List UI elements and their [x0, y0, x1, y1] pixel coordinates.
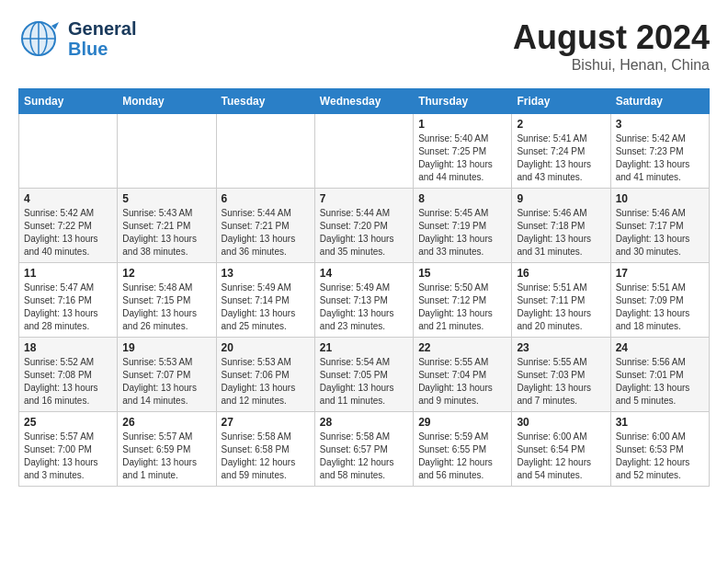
day-number: 9 — [517, 192, 605, 205]
day-number: 12 — [122, 267, 210, 280]
calendar-cell: 1 Sunrise: 5:40 AM Sunset: 7:25 PM Dayli… — [414, 114, 512, 189]
day-info: Sunrise: 5:51 AM Sunset: 7:11 PM Dayligh… — [517, 282, 605, 333]
calendar-week-row: 4 Sunrise: 5:42 AM Sunset: 7:22 PM Dayli… — [19, 189, 710, 263]
sunset-text: Sunset: 7:00 PM — [24, 444, 92, 454]
calendar-cell: 18 Sunrise: 5:52 AM Sunset: 7:08 PM Dayl… — [19, 338, 118, 412]
sunset-text: Sunset: 7:15 PM — [122, 295, 190, 305]
sunrise-text: Sunrise: 5:50 AM — [418, 282, 488, 293]
sunset-text: Sunset: 7:07 PM — [122, 370, 190, 380]
daylight-text: Daylight: 12 hours and 58 minutes. — [320, 457, 394, 480]
daylight-text: Daylight: 13 hours and 14 minutes. — [122, 383, 197, 406]
daylight-text: Daylight: 13 hours and 5 minutes. — [616, 383, 690, 406]
weekday-header-wednesday: Wednesday — [314, 89, 413, 114]
sunrise-text: Sunrise: 5:51 AM — [616, 282, 686, 293]
calendar-cell: 22 Sunrise: 5:55 AM Sunset: 7:04 PM Dayl… — [414, 338, 512, 412]
calendar-cell: 6 Sunrise: 5:44 AM Sunset: 7:21 PM Dayli… — [216, 189, 314, 263]
day-number: 21 — [320, 341, 408, 354]
sunrise-text: Sunrise: 5:47 AM — [24, 282, 94, 293]
weekday-header-sunday: Sunday — [19, 89, 118, 114]
sunrise-text: Sunrise: 5:46 AM — [517, 208, 586, 218]
daylight-text: Daylight: 13 hours and 1 minute. — [122, 457, 197, 480]
weekday-header-row: SundayMondayTuesdayWednesdayThursdayFrid… — [19, 89, 710, 114]
day-info: Sunrise: 5:54 AM Sunset: 7:05 PM Dayligh… — [320, 356, 408, 408]
daylight-text: Daylight: 13 hours and 40 minutes. — [24, 234, 98, 257]
day-info: Sunrise: 5:42 AM Sunset: 7:22 PM Dayligh… — [24, 207, 112, 259]
day-number: 23 — [517, 341, 605, 354]
weekday-header-monday: Monday — [118, 89, 216, 114]
day-number: 24 — [616, 341, 704, 354]
sunset-text: Sunset: 7:18 PM — [517, 221, 585, 231]
sunset-text: Sunset: 6:54 PM — [517, 444, 585, 454]
day-number: 22 — [418, 341, 506, 354]
sunrise-text: Sunrise: 5:42 AM — [24, 208, 94, 218]
day-info: Sunrise: 5:53 AM Sunset: 7:07 PM Dayligh… — [122, 356, 210, 408]
day-number: 20 — [222, 341, 310, 354]
calendar-cell: 12 Sunrise: 5:48 AM Sunset: 7:15 PM Dayl… — [118, 263, 216, 338]
daylight-text: Daylight: 12 hours and 54 minutes. — [517, 457, 591, 480]
day-info: Sunrise: 5:58 AM Sunset: 6:57 PM Dayligh… — [320, 431, 408, 482]
sunset-text: Sunset: 7:22 PM — [24, 221, 92, 231]
page-header: General Blue August 2024 Bishui, Henan, … — [18, 18, 710, 74]
day-info: Sunrise: 5:43 AM Sunset: 7:21 PM Dayligh… — [122, 207, 210, 259]
globe-icon — [18, 18, 59, 59]
sunrise-text: Sunrise: 5:40 AM — [418, 133, 488, 144]
month-year-title: August 2024 — [513, 18, 710, 57]
sunset-text: Sunset: 7:11 PM — [517, 295, 585, 305]
day-number: 17 — [616, 267, 704, 280]
sunrise-text: Sunrise: 5:41 AM — [517, 133, 586, 144]
sunrise-text: Sunrise: 5:53 AM — [122, 357, 192, 367]
daylight-text: Daylight: 13 hours and 20 minutes. — [517, 308, 591, 331]
daylight-text: Daylight: 13 hours and 26 minutes. — [122, 308, 197, 331]
sunset-text: Sunset: 7:14 PM — [222, 295, 290, 305]
sunrise-text: Sunrise: 5:46 AM — [616, 208, 686, 218]
day-number: 5 — [122, 192, 210, 205]
calendar-cell: 10 Sunrise: 5:46 AM Sunset: 7:17 PM Dayl… — [610, 189, 709, 263]
day-info: Sunrise: 5:50 AM Sunset: 7:12 PM Dayligh… — [418, 282, 506, 333]
day-info: Sunrise: 5:44 AM Sunset: 7:21 PM Dayligh… — [222, 207, 310, 259]
daylight-text: Daylight: 12 hours and 56 minutes. — [418, 457, 493, 480]
calendar-cell: 15 Sunrise: 5:50 AM Sunset: 7:12 PM Dayl… — [414, 263, 512, 338]
daylight-text: Daylight: 12 hours and 52 minutes. — [616, 457, 690, 480]
calendar-week-row: 11 Sunrise: 5:47 AM Sunset: 7:16 PM Dayl… — [19, 263, 710, 338]
calendar-week-row: 18 Sunrise: 5:52 AM Sunset: 7:08 PM Dayl… — [19, 338, 710, 412]
day-info: Sunrise: 5:42 AM Sunset: 7:23 PM Dayligh… — [616, 132, 704, 184]
daylight-text: Daylight: 13 hours and 44 minutes. — [418, 159, 493, 182]
calendar-cell: 8 Sunrise: 5:45 AM Sunset: 7:19 PM Dayli… — [414, 189, 512, 263]
sunrise-text: Sunrise: 5:57 AM — [24, 431, 94, 442]
sunset-text: Sunset: 7:16 PM — [24, 295, 92, 305]
day-info: Sunrise: 5:49 AM Sunset: 7:14 PM Dayligh… — [222, 282, 310, 333]
daylight-text: Daylight: 13 hours and 33 minutes. — [418, 234, 493, 257]
daylight-text: Daylight: 13 hours and 7 minutes. — [517, 383, 591, 406]
sunset-text: Sunset: 7:20 PM — [320, 221, 388, 231]
sunset-text: Sunset: 7:21 PM — [122, 221, 190, 231]
sunset-text: Sunset: 7:23 PM — [616, 146, 684, 156]
day-number: 7 — [320, 192, 408, 205]
sunrise-text: Sunrise: 5:52 AM — [24, 357, 94, 367]
logo: General Blue — [18, 18, 136, 59]
day-info: Sunrise: 5:57 AM Sunset: 7:00 PM Dayligh… — [24, 431, 112, 482]
day-info: Sunrise: 5:41 AM Sunset: 7:24 PM Dayligh… — [517, 132, 605, 184]
daylight-text: Daylight: 13 hours and 12 minutes. — [222, 383, 296, 406]
sunset-text: Sunset: 7:21 PM — [222, 221, 290, 231]
calendar-cell: 21 Sunrise: 5:54 AM Sunset: 7:05 PM Dayl… — [314, 338, 413, 412]
weekday-header-saturday: Saturday — [610, 89, 709, 114]
sunset-text: Sunset: 7:03 PM — [517, 370, 585, 380]
logo-blue: Blue — [68, 39, 136, 59]
calendar-cell: 3 Sunrise: 5:42 AM Sunset: 7:23 PM Dayli… — [610, 114, 709, 189]
weekday-header-thursday: Thursday — [414, 89, 512, 114]
calendar-cell — [216, 114, 314, 189]
calendar-cell: 13 Sunrise: 5:49 AM Sunset: 7:14 PM Dayl… — [216, 263, 314, 338]
sunrise-text: Sunrise: 5:58 AM — [320, 431, 390, 442]
logo-icon — [18, 18, 64, 59]
day-info: Sunrise: 5:55 AM Sunset: 7:03 PM Dayligh… — [517, 356, 605, 408]
sunrise-text: Sunrise: 5:55 AM — [418, 357, 488, 367]
calendar-cell: 31 Sunrise: 6:00 AM Sunset: 6:53 PM Dayl… — [610, 412, 709, 487]
sunset-text: Sunset: 7:06 PM — [222, 370, 290, 380]
sunset-text: Sunset: 7:25 PM — [418, 146, 486, 156]
daylight-text: Daylight: 13 hours and 43 minutes. — [517, 159, 591, 182]
sunset-text: Sunset: 7:08 PM — [24, 370, 92, 380]
calendar-cell: 7 Sunrise: 5:44 AM Sunset: 7:20 PM Dayli… — [314, 189, 413, 263]
day-number: 30 — [517, 416, 605, 429]
daylight-text: Daylight: 13 hours and 23 minutes. — [320, 308, 394, 331]
day-info: Sunrise: 5:57 AM Sunset: 6:59 PM Dayligh… — [122, 431, 210, 482]
